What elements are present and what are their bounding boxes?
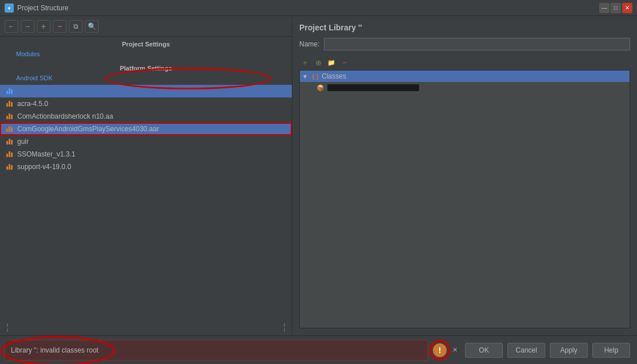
error-strip: Library '': invalid classes root	[5, 340, 428, 361]
library-icon	[5, 99, 14, 108]
library-name: SSOMaster_v1.3.1	[17, 150, 75, 158]
add-classes-button[interactable]: +	[299, 57, 311, 68]
app-icon: ♦	[5, 3, 14, 13]
window-controls: — □ ✕	[599, 3, 632, 13]
tree-toolbar: + ⊕ 📁 −	[299, 57, 630, 68]
left-panel: ← → + − ⧉ 🔍 Project Settings Modules Pla…	[0, 16, 292, 335]
title-bar-left: ♦ Project Structure	[5, 3, 68, 13]
warning-group: ! ✕	[433, 343, 460, 357]
cancel-button[interactable]: Cancel	[507, 343, 545, 358]
close-button[interactable]: ✕	[622, 3, 632, 13]
platform-settings-section: Platform Settings Android SDK	[0, 61, 292, 85]
bottom-bar: Library '': invalid classes root ! ✕ OK …	[0, 335, 637, 364]
library-list: acra-4.5.0 ComActionbardsherlock n10.aa	[0, 85, 292, 320]
left-scroll-indicator	[5, 321, 10, 334]
add-folder-button[interactable]: ⊕	[312, 57, 324, 68]
copy-button[interactable]: ⧉	[69, 20, 83, 33]
name-label: Name:	[299, 40, 319, 48]
library-icon	[5, 112, 14, 121]
folder-button[interactable]: 📁	[326, 57, 337, 68]
library-name: ComActionbardsherlock n10.aa	[17, 112, 113, 120]
nav-bar: ← → + − ⧉ 🔍	[0, 16, 292, 37]
classes-tree: ▼ { } Classes 📦	[299, 70, 630, 328]
library-name: ComGoogleAndroidGmsPlayServices4030.aar	[17, 125, 159, 133]
tree-children: 📦	[300, 82, 630, 93]
list-item[interactable]: SSOMaster_v1.3.1	[0, 148, 292, 161]
jar-icon: 📦	[316, 83, 325, 92]
classes-child-node[interactable]: 📦	[314, 82, 630, 93]
forward-button[interactable]: →	[21, 20, 34, 33]
library-name: guir	[17, 138, 29, 146]
search-button[interactable]: 🔍	[85, 20, 99, 33]
minimize-button[interactable]: —	[599, 3, 609, 13]
list-item[interactable]: guir	[0, 135, 292, 148]
right-panel: Project Library '' Name: + ⊕ 📁 − ▼ { } C…	[292, 16, 637, 335]
library-icon	[5, 150, 14, 159]
project-settings-header: Project Settings	[5, 39, 287, 49]
redacted-path	[327, 84, 419, 91]
list-item[interactable]: acra-4.5.0	[0, 97, 292, 110]
library-icon	[5, 162, 14, 171]
platform-settings-header: Platform Settings	[5, 63, 287, 73]
add-library-button[interactable]: +	[37, 20, 50, 33]
list-item-highlighted[interactable]: ComGoogleAndroidGmsPlayServices4030.aar	[0, 123, 292, 135]
title-bar: ♦ Project Structure — □ ✕	[0, 0, 637, 16]
library-icon	[5, 124, 14, 134]
main-container: ← → + − ⧉ 🔍 Project Settings Modules Pla…	[0, 16, 637, 335]
library-icon	[5, 87, 14, 96]
warning-icon-wrapper: !	[433, 343, 447, 357]
chevron-icon: ▼	[302, 73, 309, 80]
library-name: support-v4-19.0.0	[17, 163, 71, 171]
list-item[interactable]: ComActionbardsherlock n10.aa	[0, 110, 292, 123]
back-button[interactable]: ←	[5, 20, 18, 33]
right-scroll-indicator	[282, 321, 287, 334]
error-message: Library '': invalid classes root	[11, 346, 99, 354]
classes-icon: { }	[311, 72, 320, 81]
modules-link[interactable]: Modules	[5, 49, 287, 58]
warning-icon: !	[433, 343, 447, 357]
action-buttons: OK Cancel Apply Help	[465, 343, 637, 358]
scroll-area	[0, 320, 292, 335]
dismiss-warning-button[interactable]: ✕	[449, 345, 460, 355]
apply-button[interactable]: Apply	[550, 343, 588, 358]
classes-tree-node[interactable]: ▼ { } Classes	[300, 71, 630, 82]
name-row: Name:	[299, 38, 630, 50]
window-title: Project Structure	[17, 4, 68, 12]
list-item[interactable]	[0, 85, 292, 97]
panel-title: Project Library ''	[299, 23, 630, 32]
list-item[interactable]: support-v4-19.0.0	[0, 161, 292, 173]
library-icon	[5, 137, 14, 146]
library-name: acra-4.5.0	[17, 100, 48, 108]
library-name	[17, 87, 19, 95]
ok-button[interactable]: OK	[465, 343, 503, 358]
remove-classes-button[interactable]: −	[339, 57, 350, 68]
classes-label: Classes	[322, 72, 346, 80]
maximize-button[interactable]: □	[611, 3, 621, 13]
android-sdk-link[interactable]: Android SDK	[5, 73, 287, 83]
project-settings-section: Project Settings Modules	[0, 37, 292, 61]
remove-library-button[interactable]: −	[53, 20, 67, 33]
help-button[interactable]: Help	[592, 343, 630, 358]
name-input[interactable]	[324, 38, 630, 50]
